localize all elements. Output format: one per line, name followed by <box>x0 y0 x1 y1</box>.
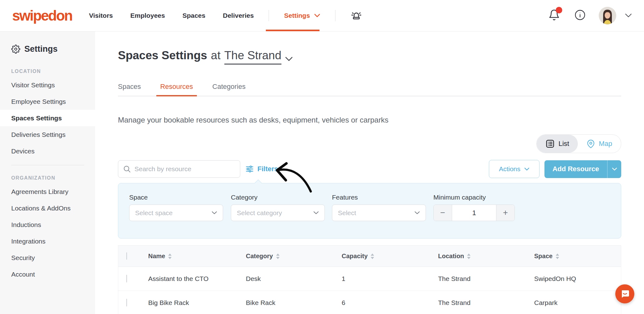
table-row[interactable]: Big Bike Rack Bike Rack 6 The Strand Car… <box>118 291 621 314</box>
cell-location: The Strand <box>431 291 527 314</box>
column-header-location[interactable]: Location <box>438 253 471 260</box>
navbar-right-cluster <box>548 7 632 24</box>
add-resource-dropdown-button[interactable] <box>607 160 621 178</box>
location-chevron-down-icon[interactable] <box>285 57 293 61</box>
sidebar-organization-items: Agreements Library Locations & AddOns In… <box>0 183 95 283</box>
swipedon-logo[interactable]: swipedon <box>12 7 72 24</box>
column-header-name[interactable]: Name <box>148 253 172 260</box>
view-toggle-list[interactable]: List <box>537 135 578 153</box>
avatar[interactable] <box>599 7 616 24</box>
sidebar-item-visitor-settings[interactable]: Visitor Settings <box>0 77 95 93</box>
sidebar-divider <box>11 165 84 165</box>
column-label: Space <box>534 253 553 260</box>
filter-category: Category Select category <box>231 194 325 221</box>
tab-categories[interactable]: Categories <box>212 83 246 96</box>
nav-visitors[interactable]: Visitors <box>89 12 113 19</box>
row-checkbox[interactable] <box>126 275 127 283</box>
help-button[interactable] <box>574 9 586 22</box>
cell-capacity: 6 <box>334 291 431 314</box>
list-icon <box>545 139 555 148</box>
sidebar-item-deliveries-settings[interactable]: Deliveries Settings <box>0 126 95 143</box>
sidebar-item-agreements-library[interactable]: Agreements Library <box>0 183 95 200</box>
nav-employees[interactable]: Employees <box>130 12 165 19</box>
chevron-down-icon <box>313 211 319 215</box>
tab-resources[interactable]: Resources <box>160 83 193 96</box>
search-icon <box>123 165 131 173</box>
column-label: Name <box>148 253 165 260</box>
nav-settings-label: Settings <box>284 12 310 19</box>
minus-button[interactable]: − <box>434 205 452 221</box>
cell-space: Carpark <box>527 291 621 314</box>
sidebar-item-integrations[interactable]: Integrations <box>0 233 95 249</box>
row-checkbox[interactable] <box>126 299 127 307</box>
column-header-category[interactable]: Category <box>246 253 280 260</box>
chat-icon <box>620 289 630 299</box>
add-resource-label: Add Resource <box>553 165 599 173</box>
column-header-capacity[interactable]: Capacity <box>342 253 374 260</box>
chevron-down-icon <box>314 14 320 17</box>
filter-features-label: Features <box>332 194 426 201</box>
column-header-space[interactable]: Space <box>534 253 559 260</box>
actions-button[interactable]: Actions <box>489 160 539 178</box>
page-title: Spaces Settings at The Strand <box>118 49 621 65</box>
sidebar-section-organization: ORGANIZATION <box>11 175 95 181</box>
nav-settings[interactable]: Settings <box>284 12 320 19</box>
nav-spaces[interactable]: Spaces <box>183 12 206 19</box>
cell-space: SwipedOn HQ <box>527 267 621 291</box>
sort-icon <box>370 253 374 259</box>
cell-capacity: 1 <box>334 267 431 291</box>
view-toggle-map[interactable]: Map <box>578 135 621 153</box>
page-description: Manage your bookable resources such as d… <box>118 116 621 124</box>
tab-spaces[interactable]: Spaces <box>118 83 141 96</box>
min-capacity-value[interactable]: 1 <box>452 205 496 221</box>
view-toggle-list-label: List <box>559 140 569 148</box>
sidebar-title: Settings <box>24 44 58 54</box>
sort-icon <box>276 253 280 259</box>
chat-widget-button[interactable] <box>615 284 634 303</box>
space-select-placeholder: Select space <box>135 209 173 217</box>
category-select[interactable]: Select category <box>231 205 325 221</box>
chevron-down-icon <box>612 167 617 171</box>
add-resource-button[interactable]: Add Resource <box>544 160 607 178</box>
table-row[interactable]: Assistant to the CTO Desk 1 The Strand S… <box>118 267 621 291</box>
sidebar-item-locations-addons[interactable]: Locations & AddOns <box>0 200 95 216</box>
view-toggle: List Map <box>536 134 621 153</box>
features-select[interactable]: Select <box>332 205 426 221</box>
chevron-down-icon <box>414 211 420 215</box>
notification-badge <box>556 7 562 13</box>
space-select[interactable]: Select space <box>129 205 223 221</box>
sidebar-item-devices[interactable]: Devices <box>0 143 95 159</box>
notifications-button[interactable] <box>548 9 560 22</box>
sidebar-item-employee-settings[interactable]: Employee Settings <box>0 93 95 110</box>
right-controls: Actions Add Resource <box>489 160 621 178</box>
search-box <box>118 160 240 178</box>
siren-icon[interactable] <box>350 10 362 22</box>
account-chevron-down-icon[interactable] <box>625 13 632 18</box>
main-content: Spaces Settings at The Strand Spaces Res… <box>95 31 644 314</box>
sidebar-header: Settings <box>0 31 95 54</box>
nav-deliveries[interactable]: Deliveries <box>223 12 254 19</box>
gear-icon <box>11 45 20 54</box>
search-input[interactable] <box>118 160 240 178</box>
location-selector[interactable]: The Strand <box>224 49 281 65</box>
filters-button[interactable]: Filters <box>245 165 278 173</box>
sidebar-item-security[interactable]: Security <box>0 249 95 266</box>
settings-tabs: Spaces Resources Categories <box>118 83 621 96</box>
sidebar-item-spaces-settings[interactable]: Spaces Settings <box>0 110 95 126</box>
sidebar-location-items: Visitor Settings Employee Settings Space… <box>0 77 95 159</box>
plus-button[interactable]: + <box>496 205 515 221</box>
nav-divider <box>335 10 335 21</box>
header-checkbox[interactable] <box>126 252 127 260</box>
table-header-row: Name Category Capacity Location Space <box>118 246 621 267</box>
filter-space: Space Select space <box>129 194 223 221</box>
filter-min-capacity: Minimum capacity − 1 + <box>433 194 515 221</box>
cell-name: Assistant to the CTO <box>141 267 238 291</box>
sidebar-item-inductions[interactable]: Inductions <box>0 216 95 233</box>
page-title-connector: at <box>211 49 221 62</box>
cell-location: The Strand <box>431 267 527 291</box>
active-nav-indicator <box>266 30 320 31</box>
top-navbar: swipedon Visitors Employees Spaces Deliv… <box>0 0 644 31</box>
nav-divider <box>269 10 269 21</box>
sidebar-item-account[interactable]: Account <box>0 266 95 283</box>
table-controls-row: Filters Actions Add Resource <box>118 160 621 178</box>
